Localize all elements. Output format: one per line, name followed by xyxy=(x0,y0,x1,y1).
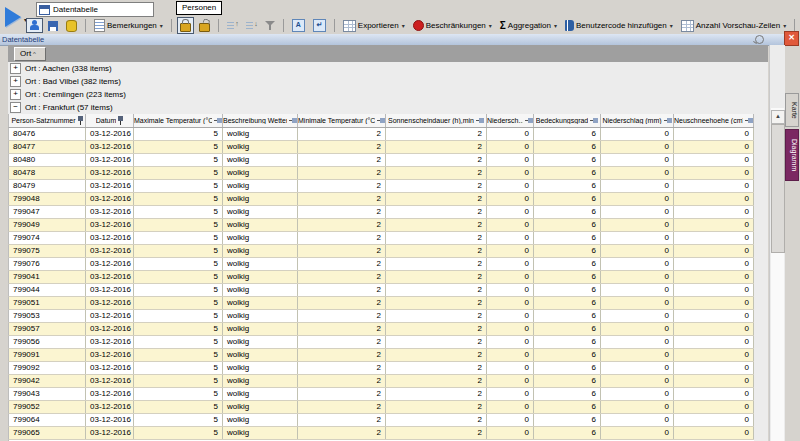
table-row[interactable]: 79905603-12-20165wolkig220600 xyxy=(8,336,754,349)
table-row[interactable]: 8047903-12-20165wolkig220600 xyxy=(8,180,754,193)
filter-button[interactable] xyxy=(262,18,278,33)
column-header[interactable]: Person-Satznummer xyxy=(9,114,86,127)
table-row[interactable]: 79906403-12-20165wolkig220600 xyxy=(8,414,754,427)
pin-icon[interactable] xyxy=(525,117,533,124)
pin-icon[interactable] xyxy=(78,116,83,125)
cell: 0 xyxy=(601,362,674,374)
column-header[interactable]: Niedersch... xyxy=(487,114,534,127)
table-row[interactable]: 8047703-12-20165wolkig220600 xyxy=(8,141,754,154)
expand-icon[interactable]: + xyxy=(10,63,21,74)
cell: 5 xyxy=(134,427,223,439)
table-row[interactable]: 79904903-12-20165wolkig220600 xyxy=(8,219,754,232)
table-row[interactable]: 79907603-12-20165wolkig220600 xyxy=(8,258,754,271)
cell: 0 xyxy=(487,141,534,153)
pin-icon[interactable] xyxy=(664,117,672,124)
cell: wolkig xyxy=(223,284,298,296)
exportieren-button[interactable]: Exportieren xyxy=(340,18,408,34)
table-row[interactable]: 79904403-12-20165wolkig220600 xyxy=(8,284,754,297)
table-row[interactable]: 8047603-12-20165wolkig220600 xyxy=(8,128,754,141)
cell: 0 xyxy=(601,206,674,218)
group-field-button[interactable]: Ort^ xyxy=(14,47,46,61)
table-row[interactable]: 79904203-12-20165wolkig220600 xyxy=(8,375,754,388)
table-row[interactable]: 79904103-12-20165wolkig220600 xyxy=(8,271,754,284)
vorschau-zeilen-button[interactable]: Anzahl Vorschau-Zeilen xyxy=(678,18,790,34)
column-header[interactable]: Beschreibung Wetter xyxy=(223,114,298,127)
cell: 03-12-2016 xyxy=(86,427,134,439)
scroll-up-icon[interactable]: ▲ xyxy=(771,110,785,124)
column-header[interactable]: Bedeckungsgrad xyxy=(534,114,601,127)
table-row[interactable]: 79907403-12-20165wolkig220600 xyxy=(8,232,754,245)
cell: 0 xyxy=(601,128,674,140)
column-header[interactable]: Minimale Temperatur (°C) xyxy=(298,114,386,127)
cell: 03-12-2016 xyxy=(86,310,134,322)
collapse-icon[interactable]: − xyxy=(10,102,21,113)
table-row[interactable]: 79905303-12-20165wolkig220600 xyxy=(8,310,754,323)
column-header[interactable]: Datum xyxy=(86,114,134,127)
pin-icon[interactable] xyxy=(118,116,123,125)
table-row[interactable]: 79906503-12-20165wolkig220600 xyxy=(8,427,754,440)
cell: 0 xyxy=(674,310,754,322)
cell: 0 xyxy=(601,388,674,400)
pin-icon[interactable] xyxy=(745,117,753,124)
beschraenkungen-button[interactable]: Beschränkungen xyxy=(410,18,495,33)
column-header[interactable]: Maximale Temperatur (°C) xyxy=(134,114,223,127)
pin-icon[interactable] xyxy=(476,117,484,124)
cell: 5 xyxy=(134,219,223,231)
pin-icon[interactable] xyxy=(377,117,385,124)
group-row[interactable]: +Ort : Bad Vilbel (382 items) xyxy=(8,75,768,87)
column-up-button[interactable] xyxy=(224,18,241,33)
table-row[interactable]: 79904703-12-20165wolkig220600 xyxy=(8,206,754,219)
persons-button[interactable] xyxy=(26,18,43,33)
cell: 2 xyxy=(386,154,487,166)
side-tab-karte[interactable]: Karte xyxy=(785,93,799,127)
aggregation-button[interactable]: Σ Aggregation xyxy=(497,19,560,33)
column-down-button[interactable] xyxy=(243,18,260,33)
table-row[interactable]: 79905103-12-20165wolkig220600 xyxy=(8,297,754,310)
table-row[interactable]: 79904303-12-20165wolkig220600 xyxy=(8,388,754,401)
cell: 0 xyxy=(487,180,534,192)
group-row[interactable]: +Ort : Cremlingen (223 items) xyxy=(8,88,768,100)
dataset-name-field[interactable]: Datentabelle xyxy=(36,2,154,17)
bemerkungen-button[interactable]: Bemerkungen xyxy=(91,17,166,34)
table-row[interactable]: 79905203-12-20165wolkig220600 xyxy=(8,401,754,414)
expand-icon[interactable]: + xyxy=(10,76,21,87)
cell: 03-12-2016 xyxy=(86,414,134,426)
table-row[interactable]: 8048003-12-20165wolkig220600 xyxy=(8,154,754,167)
save-button[interactable] xyxy=(45,19,61,33)
scrollbar-thumb[interactable] xyxy=(771,124,785,253)
unlock-button[interactable] xyxy=(196,17,213,34)
cell: 2 xyxy=(386,180,487,192)
table-row[interactable]: 79909103-12-20165wolkig220600 xyxy=(8,349,754,362)
cell: wolkig xyxy=(223,154,298,166)
group-row[interactable]: −Ort : Frankfurt (57 items) xyxy=(8,101,768,113)
column-header[interactable]: Niederschlag (mm) xyxy=(601,114,674,127)
pin-icon[interactable] xyxy=(590,117,598,124)
vertical-scrollbar[interactable]: ▲ xyxy=(769,45,785,441)
find-button[interactable]: A xyxy=(289,17,308,34)
cell: 03-12-2016 xyxy=(86,388,134,400)
close-icon[interactable]: ✕ xyxy=(784,31,799,46)
group-row[interactable]: +Ort : Aachen (338 items) xyxy=(8,62,768,74)
pin-icon[interactable] xyxy=(214,117,222,124)
lock-button[interactable] xyxy=(177,17,194,34)
expand-icon[interactable]: + xyxy=(10,89,21,100)
run-icon[interactable] xyxy=(5,7,21,27)
table-row[interactable]: 8047803-12-20165wolkig220600 xyxy=(8,167,754,180)
table-row[interactable]: 79904803-12-20165wolkig220600 xyxy=(8,193,754,206)
table-row[interactable]: 79905703-12-20165wolkig220600 xyxy=(8,323,754,336)
column-header-label: Person-Satznummer xyxy=(11,117,75,124)
column-header[interactable]: Neuschneehoehe (cm) xyxy=(674,114,754,127)
database-button[interactable] xyxy=(63,18,80,34)
table-row[interactable]: 79909203-12-20165wolkig220600 xyxy=(8,362,754,375)
pin-icon[interactable] xyxy=(289,117,297,124)
column-header[interactable]: Sonnenscheindauer (h),min xyxy=(386,114,487,127)
export-table-icon xyxy=(343,20,356,32)
find-next-button[interactable]: ↵ xyxy=(310,17,329,34)
table-row[interactable]: 79907503-12-20165wolkig220600 xyxy=(8,245,754,258)
benutzercode-button[interactable]: Benutzercode hinzufügen xyxy=(562,18,676,33)
cell: 5 xyxy=(134,297,223,309)
cell: wolkig xyxy=(223,349,298,361)
side-tab-diagramm[interactable]: Diagramm xyxy=(785,129,799,181)
magnifier-icon[interactable] xyxy=(755,35,764,44)
group-label: Ort : Bad Vilbel (382 items) xyxy=(25,77,121,86)
